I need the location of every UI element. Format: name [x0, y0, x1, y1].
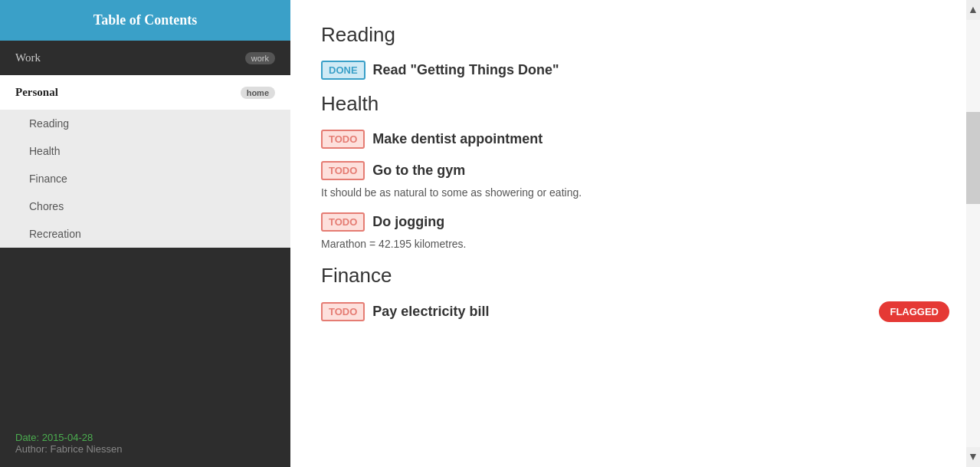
task-text: Pay electricity bill	[372, 304, 489, 320]
task-row: TODO Make dentist appointment	[321, 130, 949, 149]
sidebar: Table of Contents Work work Personal hom…	[0, 0, 290, 467]
sidebar-section-work-label: Work	[15, 51, 41, 64]
task-note: It should be as natural to some as showe…	[321, 186, 949, 199]
sidebar-section-work[interactable]: Work work	[0, 41, 290, 75]
sidebar-item-reading[interactable]: Reading	[0, 110, 290, 137]
task-text: Do jogging	[372, 214, 444, 230]
task-note: Marathon = 42.195 kilometres.	[321, 238, 949, 250]
badge-flagged: FLAGGED	[879, 301, 949, 322]
task-text: Make dentist appointment	[372, 131, 542, 147]
badge-done: DONE	[321, 61, 365, 80]
sidebar-section-personal[interactable]: Personal home	[0, 75, 290, 110]
task-text: Read "Getting Things Done"	[373, 62, 559, 78]
sidebar-sub-items: Reading Health Finance Chores Recreation	[0, 110, 290, 248]
sidebar-title: Table of Contents	[0, 0, 290, 41]
task-left: DONE Read "Getting Things Done"	[321, 61, 559, 80]
sidebar-date: Date: 2015-04-28	[15, 432, 275, 443]
scroll-down-arrow[interactable]: ▼	[966, 447, 980, 467]
sidebar-item-finance[interactable]: Finance	[0, 165, 290, 192]
section-heading-finance: Finance	[321, 264, 949, 288]
task-text: Go to the gym	[372, 163, 465, 179]
badge-todo: TODO	[321, 212, 365, 232]
task-row: TODO Go to the gym	[321, 161, 949, 180]
sidebar-section-personal-tag: home	[241, 87, 275, 99]
task-row: TODO Do jogging	[321, 212, 949, 232]
badge-todo: TODO	[321, 302, 365, 321]
main-content: Reading DONE Read "Getting Things Done" …	[290, 0, 980, 467]
task-left: TODO Pay electricity bill	[321, 302, 489, 321]
badge-todo: TODO	[321, 161, 365, 180]
task-row: DONE Read "Getting Things Done"	[321, 61, 949, 80]
task-left: TODO Go to the gym	[321, 161, 465, 180]
sidebar-author: Author: Fabrice Niessen	[15, 443, 275, 455]
badge-todo: TODO	[321, 130, 365, 149]
sidebar-section-work-tag: work	[245, 52, 275, 64]
scrollbar-track	[966, 20, 980, 447]
task-left: TODO Make dentist appointment	[321, 130, 542, 149]
section-heading-reading: Reading	[321, 23, 949, 47]
scroll-up-arrow[interactable]: ▲	[966, 0, 980, 20]
scrollbar-thumb[interactable]	[966, 112, 980, 204]
task-left: TODO Do jogging	[321, 212, 444, 232]
section-heading-health: Health	[321, 92, 949, 116]
sidebar-item-health[interactable]: Health	[0, 137, 290, 165]
sidebar-item-chores[interactable]: Chores	[0, 192, 290, 220]
sidebar-footer: Date: 2015-04-28 Author: Fabrice Niessen	[0, 419, 290, 467]
sidebar-section-personal-label: Personal	[15, 86, 58, 99]
sidebar-item-recreation[interactable]: Recreation	[0, 220, 290, 248]
task-row: TODO Pay electricity bill FLAGGED	[321, 301, 949, 322]
